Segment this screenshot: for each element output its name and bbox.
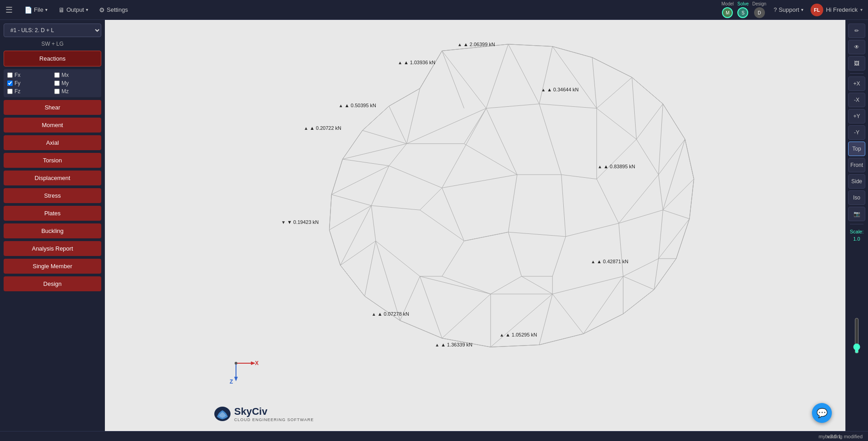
mx-checkbox[interactable] <box>54 72 60 78</box>
nav-file[interactable]: 📄 File ▾ <box>20 4 52 16</box>
svg-line-35 <box>659 104 663 175</box>
svg-line-12 <box>583 314 623 334</box>
minus-x-button[interactable]: -X <box>848 93 865 107</box>
plates-button[interactable]: Plates <box>4 206 101 221</box>
svg-line-82 <box>486 108 517 175</box>
svg-marker-0 <box>329 44 693 347</box>
buckling-button[interactable]: Buckling <box>4 223 101 238</box>
skyciv-logo-icon <box>213 406 231 422</box>
svg-line-22 <box>343 130 363 159</box>
top-view-button[interactable]: Top <box>848 142 865 156</box>
stress-button[interactable]: Stress <box>4 188 101 203</box>
design-mode-btn[interactable]: Design D <box>752 1 766 18</box>
model-mode-btn[interactable]: Model M <box>722 1 734 18</box>
svg-line-92 <box>508 232 566 237</box>
svg-line-78 <box>371 206 376 241</box>
minus-y-button[interactable]: -Y <box>848 125 865 140</box>
svg-line-20 <box>329 194 331 230</box>
main-area: #1 - ULS: 2. D + L SW + LG Reactions Fx … <box>0 20 868 431</box>
mz-checkbox[interactable] <box>54 89 60 94</box>
mz-label: Mz <box>61 88 69 95</box>
side-view-button[interactable]: Side <box>848 174 865 189</box>
svg-line-61 <box>363 130 407 143</box>
svg-line-43 <box>623 276 654 289</box>
svg-line-103 <box>442 241 464 276</box>
svg-line-4 <box>592 57 632 77</box>
load-combo-select[interactable]: #1 - ULS: 2. D + L <box>4 24 101 37</box>
my-checkbox[interactable] <box>54 81 60 86</box>
force-label-f2: ▲1.03936 kN <box>398 60 435 65</box>
force-label-f3: ▲0.34644 kN <box>541 87 579 92</box>
svg-line-85 <box>597 139 637 179</box>
svg-line-111 <box>619 210 663 223</box>
svg-line-39 <box>663 210 689 219</box>
axial-button[interactable]: Axial <box>4 135 101 150</box>
svg-line-73 <box>623 259 658 276</box>
svg-line-24 <box>389 89 420 106</box>
sidebar: #1 - ULS: 2. D + L SW + LG Reactions Fx … <box>0 20 105 431</box>
svg-line-29 <box>539 47 552 104</box>
solve-mode-btn[interactable]: Solve S <box>737 1 749 18</box>
svg-line-2 <box>508 44 552 47</box>
svg-line-110 <box>619 223 623 276</box>
svg-line-79 <box>371 166 389 206</box>
viewport[interactable]: ▲1.03936 kN ▲2.06399 kN ▲0.34644 kN ▲0.5… <box>105 20 845 431</box>
reactions-button[interactable]: Reactions <box>4 51 101 66</box>
moment-button[interactable]: Moment <box>4 118 101 133</box>
mz-checkbox-item: Mz <box>54 88 98 95</box>
image-tool-button[interactable]: 🖼 <box>848 56 865 71</box>
plus-x-button[interactable]: +X <box>848 76 865 91</box>
user-avatar: FL <box>811 4 823 16</box>
support-button[interactable]: ? Support ▾ <box>774 6 803 13</box>
svg-text:Z: Z <box>230 379 233 385</box>
scale-slider[interactable] <box>853 318 860 354</box>
nav-menu: 📄 File ▾ 🖥 Output ▾ ⚙ Settings <box>20 4 722 16</box>
chat-button[interactable]: 💬 <box>812 403 832 423</box>
hamburger-menu[interactable]: ☰ <box>5 5 13 15</box>
user-menu-button[interactable]: FL Hi Frederick ▾ <box>811 4 863 16</box>
fz-label: Fz <box>14 88 20 95</box>
design-button[interactable]: Design <box>4 276 101 291</box>
svg-line-87 <box>561 175 597 179</box>
svg-line-10 <box>654 259 676 289</box>
plus-y-button[interactable]: +Y <box>848 109 865 123</box>
fz-checkbox[interactable] <box>7 89 13 94</box>
svg-line-32 <box>597 77 632 108</box>
load-case-label: SW + LG <box>4 40 101 48</box>
analysis-report-button[interactable]: Analysis Report <box>4 241 101 256</box>
status-bar: mybuilding modified <box>0 431 868 441</box>
iso-view-button[interactable]: Iso <box>848 190 865 205</box>
force-label-f1: ▲2.06399 kN <box>458 42 495 47</box>
fy-checkbox[interactable] <box>7 81 13 86</box>
svg-line-31 <box>592 57 597 108</box>
displacement-button[interactable]: Displacement <box>4 171 101 185</box>
camera-button[interactable]: 📷 <box>848 207 865 221</box>
nav-output[interactable]: 🖥 Output ▾ <box>54 4 93 16</box>
svg-line-89 <box>561 175 566 237</box>
svg-line-52 <box>420 276 442 338</box>
skyciv-tagline: CLOUD ENGINEERING SOFTWARE <box>234 417 314 422</box>
shear-button[interactable]: Shear <box>4 100 101 115</box>
svg-line-99 <box>464 144 517 175</box>
torsion-button[interactable]: Torsion <box>4 153 101 168</box>
fx-checkbox[interactable] <box>7 72 13 78</box>
eye-tool-button[interactable]: 👁 <box>848 40 865 54</box>
svg-line-107 <box>552 237 566 276</box>
force-label-f11: ▲1.36339 kN <box>435 342 472 347</box>
nav-settings[interactable]: ⚙ Settings <box>94 4 132 16</box>
svg-line-42 <box>654 259 659 289</box>
front-view-button[interactable]: Front <box>848 158 865 172</box>
pencil-tool-button[interactable]: ✏ <box>848 24 865 38</box>
svg-line-36 <box>659 139 685 175</box>
fx-checkbox-item: Fx <box>7 72 51 78</box>
svg-line-18 <box>340 265 365 296</box>
svg-line-23 <box>363 106 389 131</box>
svg-line-72 <box>659 210 663 259</box>
scale-value: 1.0 <box>853 236 860 242</box>
svg-line-83 <box>539 104 561 175</box>
svg-line-96 <box>389 166 442 188</box>
svg-line-49 <box>442 294 491 338</box>
version-label: v3.0.1 <box>827 434 841 439</box>
single-member-button[interactable]: Single Member <box>4 259 101 274</box>
svg-line-93 <box>566 223 618 237</box>
